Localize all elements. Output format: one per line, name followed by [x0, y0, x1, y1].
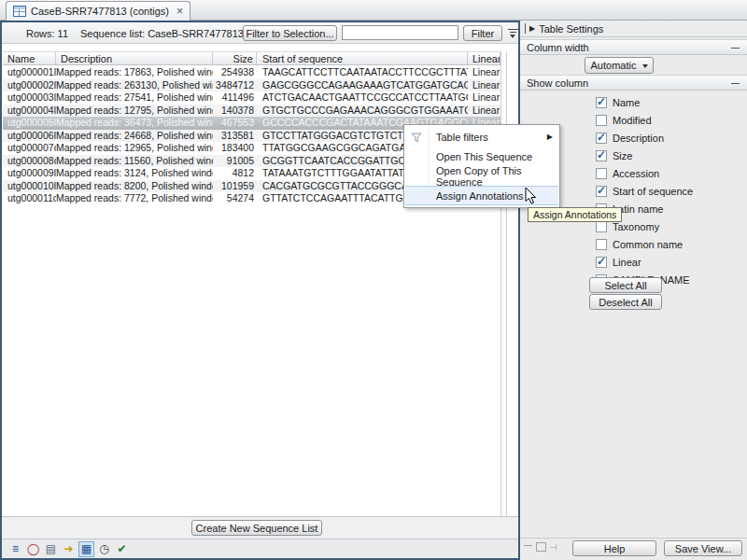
table-cell: ATCTGACAACTGAATTCCGCCATCCTTAATGCTCCAGCC.…	[257, 91, 468, 105]
save-view-button[interactable]: Save View...	[664, 540, 742, 556]
divider	[525, 23, 526, 34]
column-header-name[interactable]: Name	[3, 52, 56, 64]
checkbox-icon	[596, 115, 607, 126]
tab-caseb-srr7477813[interactable]: CaseB-SRR7477813 (contigs) ×	[6, 1, 190, 21]
table-cell: Mapped reads: 36473, Polished window...	[56, 117, 213, 130]
collapse-panel-icon[interactable]	[524, 545, 532, 546]
table-cell: 313581	[213, 130, 257, 143]
checkbox-label: Description	[613, 133, 664, 144]
column-toggle-name[interactable]: Name	[596, 93, 693, 111]
column-header-description[interactable]: Description	[56, 52, 213, 64]
table-row[interactable]: utg000004lMapped reads: 12795, Polished …	[3, 105, 500, 118]
column-toggle-start-of-sequence[interactable]: Start of sequence	[596, 182, 693, 200]
table-cell: utg000008c	[3, 155, 56, 168]
column-toggle-description[interactable]: Description	[596, 129, 693, 147]
checkbox-icon	[596, 133, 607, 144]
table-cell: Mapped reads: 7772, Polished windows:...	[56, 192, 213, 205]
table-cell: utg000001l	[3, 66, 56, 79]
section-title: Show column	[527, 77, 588, 89]
dropdown-value: Automatic	[591, 60, 637, 71]
create-new-sequence-list-button[interactable]: Create New Sequence List	[191, 520, 322, 536]
tooltip: Assign Annotations	[528, 207, 622, 222]
collapse-icon[interactable]	[731, 83, 740, 84]
filter-options-icon[interactable]	[507, 27, 518, 38]
table-cell: Linear	[468, 105, 500, 118]
checkbox-label: Accession	[613, 168, 659, 179]
checkbox-icon	[596, 97, 607, 108]
table-cell: utg000006l	[3, 130, 56, 143]
sequence-list-view-icon[interactable]: ≡	[7, 541, 23, 557]
float-panel-icon[interactable]	[536, 542, 546, 552]
table-settings-panel: ▶ Table Settings Column width Automatic …	[520, 21, 747, 560]
dock-panel-icon[interactable]: ⊣	[549, 542, 557, 553]
graphical-view-icon[interactable]: ➜	[61, 541, 77, 557]
menu-item-label: Table filters	[436, 132, 488, 143]
table-cell: 467553	[213, 117, 257, 130]
filter-input[interactable]	[342, 25, 458, 40]
select-all-button[interactable]: Select All	[589, 277, 662, 293]
show-column-section-header: Show column	[520, 75, 747, 91]
checkbox-icon	[596, 186, 607, 197]
circular-view-icon[interactable]: ◯	[25, 541, 41, 557]
column-toggle-linear[interactable]: Linear	[596, 253, 693, 271]
table-cell: 101959	[213, 180, 257, 193]
checkbox-label: Taxonomy	[613, 221, 659, 232]
menu-item-label: Open This Sequence	[436, 151, 532, 162]
table-view-icon[interactable]: ▦	[78, 541, 94, 557]
blank-icon	[409, 170, 424, 183]
column-toggle-accession[interactable]: Accession	[596, 164, 693, 182]
table-cell: utg000004l	[3, 105, 56, 118]
menu-item-table-filters[interactable]: Table filters▶	[404, 127, 559, 147]
column-toggle-size[interactable]: Size	[596, 147, 693, 164]
close-icon[interactable]: ×	[176, 7, 183, 16]
column-header-start-of-sequence[interactable]: Start of sequence	[257, 52, 468, 64]
annotation-table-view-icon[interactable]: ▤	[43, 541, 59, 557]
checkbox-label: Modified	[613, 115, 652, 126]
checkbox-label: Linear	[613, 257, 641, 268]
table-row[interactable]: utg000003lMapped reads: 27541, Polished …	[3, 91, 500, 105]
table-cell: Mapped reads: 12965, Polished window...	[56, 142, 213, 155]
filter-button[interactable]: Filter	[463, 25, 502, 41]
table-row[interactable]: utg000001lMapped reads: 17863, Polished …	[3, 66, 500, 79]
table-cell: 4812	[213, 167, 257, 180]
submenu-arrow-icon: ▶	[547, 133, 553, 141]
filter-icon	[409, 131, 424, 144]
table-cell: Mapped reads: 8200, Polished windows:...	[56, 180, 213, 193]
table-cell: Linear	[468, 91, 500, 105]
column-header-size[interactable]: Size	[213, 52, 257, 64]
table-row[interactable]: utg000002lMapped reads: 263130, Polished…	[3, 79, 500, 92]
table-cell: Linear	[468, 66, 500, 79]
table-cell: Mapped reads: 11560, Polished window...	[56, 155, 213, 168]
column-toggle-modified[interactable]: Modified	[596, 111, 693, 129]
menu-item-open-copy-of-this-sequence[interactable]: Open Copy of This Sequence	[404, 166, 559, 186]
filter-to-selection-button[interactable]: Filter to Selection...	[243, 25, 337, 41]
table-cell: 411496	[213, 91, 257, 105]
element-info-icon[interactable]: ✔	[114, 541, 130, 557]
column-header-linear[interactable]: Linear	[468, 52, 500, 64]
checkbox-label: Size	[613, 150, 632, 161]
menu-item-open-this-sequence[interactable]: Open This Sequence	[404, 147, 559, 166]
table-cell: 3484712	[213, 79, 257, 92]
checkbox-label: Start of sequence	[613, 186, 693, 197]
vertical-scrollbar[interactable]	[500, 51, 507, 516]
table-cell: 140378	[213, 105, 257, 118]
menu-item-label: Assign Annotations	[436, 190, 524, 202]
table-cell: GAGCGGGCCAGAAGAAAGTCATGGATGCAGGGAAAAGA..…	[257, 79, 468, 92]
table-cell: Mapped reads: 263130, Polished windo...	[56, 79, 213, 92]
table-cell: GTGCTGCCCGAGAAACAGGGCGTGGAAATCACGCTGATT.…	[257, 105, 468, 118]
column-toggle-common-name[interactable]: Common name	[596, 235, 693, 253]
app-window: CaseB-SRR7477813 (contigs) × Rows: 11 Se…	[0, 0, 747, 560]
section-title: Column width	[527, 42, 589, 53]
collapse-icon[interactable]	[731, 48, 740, 49]
expand-arrow-icon[interactable]: ▶	[529, 24, 535, 33]
checkbox-icon	[596, 221, 607, 232]
deselect-all-button[interactable]: Deselect All	[589, 294, 662, 310]
sequence-list-editor: Rows: 11 Sequence list: CaseB-SRR7477813…	[0, 21, 520, 560]
chevron-down-icon	[642, 64, 648, 71]
help-button[interactable]: Help	[572, 540, 656, 556]
checkbox-label: Name	[613, 97, 640, 108]
history-view-icon[interactable]: ◷	[96, 541, 112, 557]
column-width-dropdown[interactable]: Automatic	[585, 57, 654, 74]
table-cell: utg000011c	[3, 192, 56, 205]
table-cell: utg000005l	[3, 117, 56, 130]
